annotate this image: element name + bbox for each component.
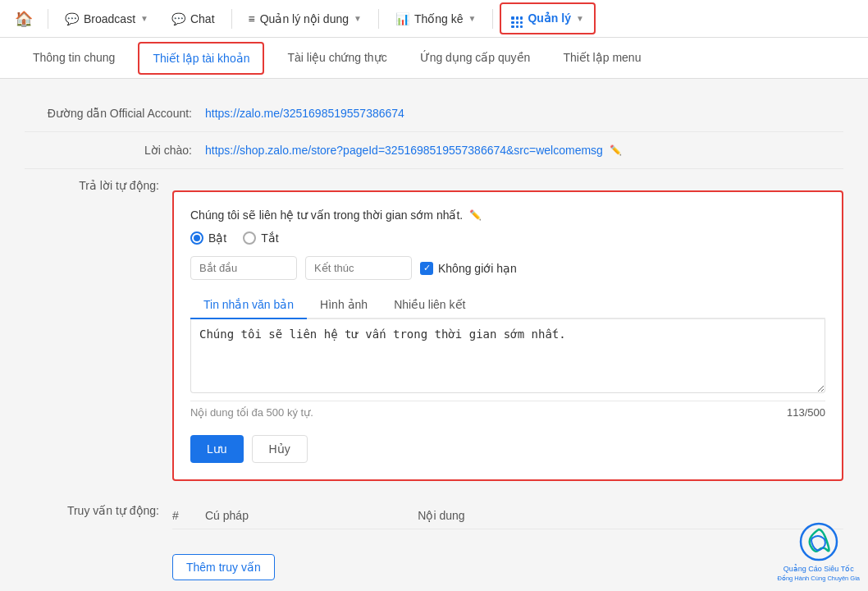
col-content: Nội dung bbox=[418, 509, 843, 522]
message-textarea[interactable]: Chúng tôi sẽ liên hệ tư vấn trong thời g… bbox=[190, 319, 825, 393]
tab-image[interactable]: Hình ảnh bbox=[307, 291, 381, 319]
query-section: Truy vấn tự động: # Cú pháp Nội dung Thê… bbox=[25, 502, 843, 580]
query-table-body bbox=[172, 529, 843, 546]
logo-area: Quảng Cáo Siêu TốcĐồng Hành Cùng Chuyên … bbox=[778, 521, 860, 583]
stats-arrow-icon: ▼ bbox=[468, 14, 477, 23]
radio-off[interactable]: Tắt bbox=[243, 231, 278, 245]
col-hash: # bbox=[172, 509, 205, 522]
cancel-button[interactable]: Hủy bbox=[252, 435, 308, 463]
main-content: Đường dẫn Official Account: https://zalo… bbox=[0, 79, 868, 591]
logo-text: Quảng Cáo Siêu TốcĐồng Hành Cùng Chuyên … bbox=[778, 565, 860, 583]
home-button[interactable]: 🏠 bbox=[7, 5, 41, 33]
char-count-label: Nội dung tối đa 500 ký tự. bbox=[190, 406, 313, 419]
stats-nav-item[interactable]: 📊 Thống kê ▼ bbox=[386, 7, 487, 30]
auto-reply-preview-text: Chúng tôi sẽ liên hệ tư vấn trong thời g… bbox=[190, 208, 825, 222]
manage-nav-item[interactable]: Quản lý ▼ bbox=[500, 2, 595, 35]
official-account-value: https://zalo.me/3251698519557386674 bbox=[205, 107, 404, 120]
time-start-input[interactable] bbox=[190, 256, 297, 280]
subnav-thiet-lap-menu[interactable]: Thiết lập menu bbox=[546, 39, 657, 77]
official-account-label: Đường dẫn Official Account: bbox=[25, 107, 205, 120]
content-management-nav-item[interactable]: ≡ Quản lý nội dung ▼ bbox=[239, 7, 372, 30]
nav-divider-2 bbox=[231, 9, 232, 29]
content-icon: ≡ bbox=[249, 12, 255, 25]
nav-divider-3 bbox=[378, 9, 379, 29]
col-syntax: Cú pháp bbox=[205, 509, 418, 522]
stats-icon: 📊 bbox=[395, 12, 409, 25]
broadcast-icon: 💬 bbox=[65, 12, 79, 25]
content-arrow-icon: ▼ bbox=[354, 14, 362, 23]
radio-on[interactable]: Bật bbox=[190, 231, 226, 245]
char-count-value: 113/500 bbox=[787, 406, 825, 419]
subnav-tai-lieu-chung-thuc[interactable]: Tài liệu chứng thực bbox=[271, 39, 403, 77]
manage-label: Quản lý bbox=[528, 11, 571, 25]
query-table-header: # Cú pháp Nội dung bbox=[172, 502, 843, 529]
add-query-button[interactable]: Thêm truy vấn bbox=[172, 554, 275, 580]
unlimited-checkbox[interactable]: ✓ Không giới hạn bbox=[420, 262, 517, 275]
message-type-tabs: Tin nhắn văn bản Hình ảnh Nhiều liên kết bbox=[190, 291, 825, 319]
query-header: Truy vấn tự động: # Cú pháp Nội dung Thê… bbox=[25, 502, 843, 580]
chat-icon: 💬 bbox=[171, 12, 185, 25]
official-account-row: Đường dẫn Official Account: https://zalo… bbox=[25, 95, 843, 132]
greeting-edit-icon[interactable]: ✏️ bbox=[610, 144, 622, 156]
tab-text-message[interactable]: Tin nhắn văn bản bbox=[190, 291, 307, 319]
subnav-ung-dung-cap-quyen[interactable]: Ứng dụng cấp quyền bbox=[404, 39, 547, 77]
greeting-row: Lời chào: https://shop.zalo.me/store?pag… bbox=[25, 132, 843, 169]
manage-grid-icon bbox=[511, 9, 523, 29]
tab-multi-links[interactable]: Nhiều liên kết bbox=[381, 291, 478, 319]
broadcast-arrow-icon: ▼ bbox=[140, 14, 148, 23]
auto-reply-section-label: Trả lời tự động: bbox=[25, 177, 172, 192]
unlimited-checkbox-box: ✓ bbox=[420, 262, 433, 275]
time-end-input[interactable] bbox=[305, 256, 412, 280]
broadcast-nav-item[interactable]: 💬 Broadcast ▼ bbox=[55, 7, 158, 30]
radio-on-circle bbox=[190, 231, 203, 245]
content-label: Quản lý nội dung bbox=[260, 12, 349, 25]
greeting-label: Lời chào: bbox=[25, 144, 205, 157]
save-button[interactable]: Lưu bbox=[190, 435, 244, 463]
auto-reply-edit-icon[interactable]: ✏️ bbox=[469, 209, 482, 221]
query-table: # Cú pháp Nội dung Thêm truy vấn bbox=[172, 502, 843, 580]
nav-divider-4 bbox=[492, 9, 493, 29]
time-range-row: ✓ Không giới hạn bbox=[190, 256, 825, 280]
manage-arrow-icon: ▼ bbox=[576, 14, 584, 23]
chat-label: Chat bbox=[190, 12, 215, 25]
subnav-thong-tin-chung[interactable]: Thông tin chung bbox=[16, 39, 131, 77]
broadcast-label: Broadcast bbox=[84, 12, 135, 25]
chat-nav-item[interactable]: 💬 Chat bbox=[162, 7, 225, 30]
stats-label: Thống kê bbox=[414, 12, 464, 25]
radio-off-circle bbox=[243, 231, 256, 245]
nav-divider-1 bbox=[48, 9, 48, 29]
auto-reply-radio-group: Bật Tắt bbox=[190, 231, 825, 245]
action-buttons: Lưu Hủy bbox=[190, 435, 825, 463]
greeting-value: https://shop.zalo.me/store?pageId=325169… bbox=[205, 144, 622, 157]
char-count-row: Nội dung tối đa 500 ký tự. 113/500 bbox=[190, 401, 825, 424]
sub-navigation: Thông tin chung Thiết lập tài khoản Tài … bbox=[0, 38, 868, 79]
logo-icon bbox=[798, 521, 839, 562]
top-navigation: 🏠 💬 Broadcast ▼ 💬 Chat ≡ Quản lý nội dun… bbox=[0, 0, 868, 38]
auto-reply-section: Chúng tôi sẽ liên hệ tư vấn trong thời g… bbox=[172, 190, 843, 481]
query-section-label: Truy vấn tự động: bbox=[25, 502, 172, 517]
subnav-thiet-lap-tai-khoan[interactable]: Thiết lập tài khoản bbox=[138, 42, 264, 75]
